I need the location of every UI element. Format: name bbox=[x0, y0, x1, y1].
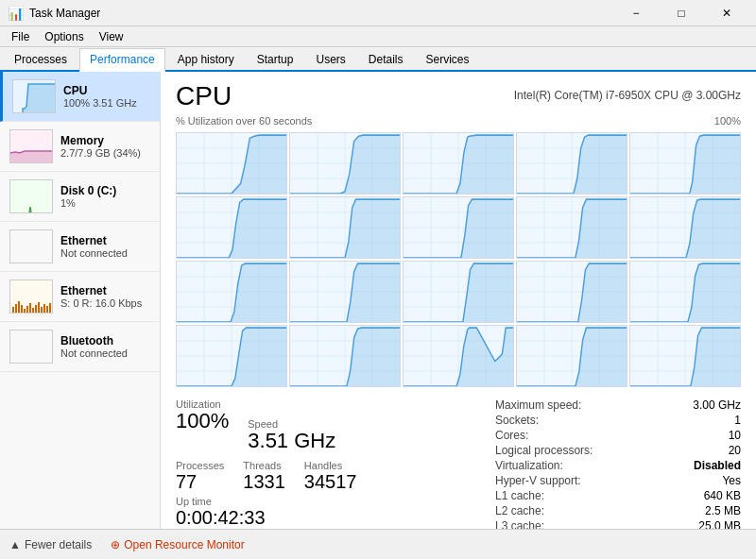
svg-rect-21 bbox=[49, 303, 51, 313]
detail-row-2: Cores: 10 bbox=[495, 429, 741, 442]
panel-title: CPU bbox=[176, 81, 232, 111]
svg-rect-22 bbox=[10, 330, 53, 364]
detail-key-5: Hyper-V support: bbox=[495, 474, 581, 487]
memory-thumbnail bbox=[9, 129, 53, 163]
threads-item: Threads 1331 bbox=[243, 460, 285, 492]
uptime-label: Up time bbox=[176, 496, 495, 507]
svg-rect-16 bbox=[35, 305, 37, 313]
menu-bar: File Options View bbox=[0, 26, 756, 47]
detail-val-5: Yes bbox=[722, 474, 741, 487]
menu-options[interactable]: Options bbox=[37, 28, 91, 45]
svg-rect-14 bbox=[29, 303, 31, 313]
detail-row-7: L2 cache: 2.5 MB bbox=[495, 504, 741, 517]
ethernet2-mini-chart bbox=[10, 280, 53, 313]
tab-processes[interactable]: Processes bbox=[4, 48, 77, 70]
detail-key-8: L3 cache: bbox=[495, 519, 544, 529]
tab-details[interactable]: Details bbox=[358, 48, 414, 70]
bottom-bar: ▲ Fewer details ⊕ Open Resource Monitor bbox=[0, 529, 756, 559]
svg-rect-9 bbox=[15, 304, 17, 313]
disk-thumbnail bbox=[9, 179, 53, 213]
fewer-details-button[interactable]: ▲ Fewer details bbox=[9, 538, 92, 551]
detail-val-6: 640 KB bbox=[704, 489, 741, 502]
svg-rect-10 bbox=[18, 301, 20, 313]
detail-row-1: Sockets: 1 bbox=[495, 414, 741, 427]
sidebar-item-cpu[interactable]: CPU 100% 3.51 GHz bbox=[0, 72, 160, 122]
stats-right: Maximum speed: 3.00 GHz Sockets: 1 Cores… bbox=[495, 398, 741, 529]
ethernet2-thumbnail bbox=[9, 280, 53, 313]
cpu-thumbnail bbox=[12, 79, 56, 113]
disk-mini-chart bbox=[10, 180, 53, 213]
cpu-graph-2 bbox=[403, 132, 514, 195]
sidebar-item-ethernet2[interactable]: Ethernet S: 0 R: 16.0 Kbps bbox=[0, 272, 160, 322]
open-resource-monitor-label: Open Resource Monitor bbox=[124, 538, 244, 551]
speed-value: 3.51 GHz bbox=[248, 430, 335, 452]
panel-subtitle: Intel(R) Core(TM) i7-6950X CPU @ 3.00GHz bbox=[514, 89, 741, 102]
cpu-graph-16 bbox=[289, 325, 401, 387]
memory-mini-chart bbox=[10, 130, 53, 163]
svg-rect-8 bbox=[12, 307, 14, 313]
detail-row-8: L3 cache: 25.0 MB bbox=[495, 519, 741, 529]
bluetooth-label: Bluetooth bbox=[60, 334, 150, 347]
sidebar-item-bluetooth[interactable]: Bluetooth Not connected bbox=[0, 322, 160, 372]
svg-rect-6 bbox=[10, 230, 53, 263]
panel-header: CPU Intel(R) Core(TM) i7-6950X CPU @ 3.0… bbox=[176, 81, 741, 111]
monitor-icon: ⊕ bbox=[111, 538, 120, 551]
ethernet2-sublabel: S: 0 R: 16.0 Kbps bbox=[60, 297, 150, 309]
maximize-button[interactable]: □ bbox=[660, 0, 703, 26]
bluetooth-mini-chart bbox=[10, 330, 53, 364]
app-title: Task Manager bbox=[29, 7, 100, 20]
cpu-graph-6 bbox=[289, 196, 401, 259]
close-button[interactable]: ✕ bbox=[705, 0, 748, 26]
detail-key-3: Logical processors: bbox=[495, 444, 593, 457]
handles-value: 34517 bbox=[304, 471, 357, 492]
menu-view[interactable]: View bbox=[92, 28, 131, 45]
detail-row-6: L1 cache: 640 KB bbox=[495, 489, 741, 502]
detail-key-4: Virtualization: bbox=[495, 459, 563, 472]
minimize-button[interactable]: − bbox=[614, 0, 658, 26]
chevron-up-icon: ▲ bbox=[9, 538, 21, 551]
cpu-graph-9 bbox=[629, 196, 741, 259]
detail-val-8: 25.0 MB bbox=[698, 519, 741, 529]
menu-file[interactable]: File bbox=[4, 28, 37, 45]
uptime-value: 0:00:42:33 bbox=[176, 507, 495, 529]
svg-rect-20 bbox=[46, 306, 48, 313]
open-resource-monitor-link[interactable]: ⊕ Open Resource Monitor bbox=[111, 538, 244, 551]
ethernet1-sublabel: Not connected bbox=[60, 247, 150, 259]
title-bar: 📊 Task Manager − □ ✕ bbox=[0, 0, 756, 26]
sidebar-item-disk[interactable]: Disk 0 (C:) 1% bbox=[0, 172, 160, 222]
sidebar: CPU 100% 3.51 GHz Memory 2.7/7.9 GB (34%… bbox=[0, 72, 161, 529]
memory-sublabel: 2.7/7.9 GB (34%) bbox=[60, 147, 150, 159]
disk-label: Disk 0 (C:) bbox=[60, 184, 150, 197]
cpu-sublabel: 100% 3.51 GHz bbox=[63, 97, 150, 109]
ethernet1-thumbnail bbox=[9, 229, 53, 263]
svg-rect-11 bbox=[21, 305, 23, 313]
tab-services[interactable]: Services bbox=[416, 48, 480, 70]
detail-row-3: Logical processors: 20 bbox=[495, 444, 741, 457]
cpu-graph-12 bbox=[403, 261, 514, 323]
cpu-graph-10 bbox=[176, 261, 287, 323]
svg-rect-13 bbox=[26, 306, 28, 313]
sidebar-item-ethernet1[interactable]: Ethernet Not connected bbox=[0, 222, 160, 272]
cpu-graph-17 bbox=[403, 325, 514, 387]
processes-value: 77 bbox=[176, 471, 224, 492]
detail-val-4: Disabled bbox=[694, 459, 741, 472]
svg-rect-18 bbox=[41, 307, 43, 313]
tab-startup[interactable]: Startup bbox=[247, 48, 304, 70]
sidebar-item-memory[interactable]: Memory 2.7/7.9 GB (34%) bbox=[0, 122, 160, 172]
svg-rect-15 bbox=[32, 308, 34, 313]
detail-row-0: Maximum speed: 3.00 GHz bbox=[495, 398, 741, 412]
tab-app-history[interactable]: App history bbox=[167, 48, 245, 70]
svg-marker-3 bbox=[10, 151, 53, 163]
cpu-graph-15 bbox=[176, 325, 287, 387]
graph-max-label: 100% bbox=[714, 115, 741, 127]
cpu-graph-grid bbox=[176, 132, 741, 387]
graph-label: % Utilization over 60 seconds bbox=[176, 115, 312, 127]
disk-sublabel: 1% bbox=[60, 197, 150, 209]
uptime-row: Up time 0:00:42:33 bbox=[176, 496, 495, 529]
tab-performance[interactable]: Performance bbox=[79, 48, 165, 72]
fewer-details-label: Fewer details bbox=[25, 538, 92, 551]
detail-row-5: Hyper-V support: Yes bbox=[495, 474, 741, 487]
cpu-graph-19 bbox=[629, 325, 741, 387]
tab-users[interactable]: Users bbox=[305, 48, 355, 70]
cpu-graph-8 bbox=[516, 196, 627, 259]
